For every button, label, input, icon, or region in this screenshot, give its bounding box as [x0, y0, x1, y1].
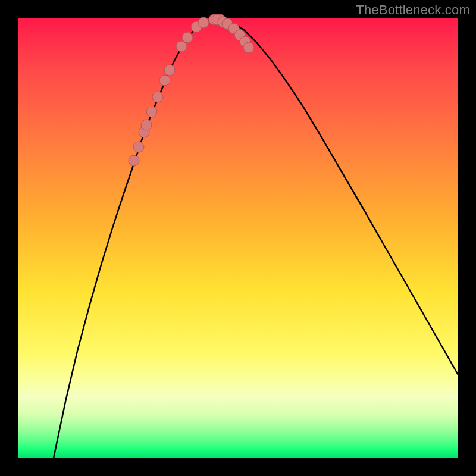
- plot-area: [18, 18, 458, 458]
- marker-point: [164, 65, 175, 76]
- marker-point: [243, 42, 254, 53]
- marker-point: [146, 107, 157, 117]
- bottleneck-curve: [54, 20, 458, 458]
- marker-point: [133, 142, 144, 152]
- chart-svg: [18, 18, 458, 458]
- marker-point: [159, 75, 170, 86]
- marker-point: [141, 120, 152, 130]
- marker-point: [152, 92, 163, 102]
- marker-point: [182, 32, 193, 43]
- marker-point: [198, 17, 209, 28]
- marker-point: [129, 155, 139, 166]
- watermark-text: TheBottleneck.com: [356, 2, 470, 18]
- chart-frame: TheBottleneck.com: [0, 0, 476, 476]
- highlighted-points: [129, 14, 254, 166]
